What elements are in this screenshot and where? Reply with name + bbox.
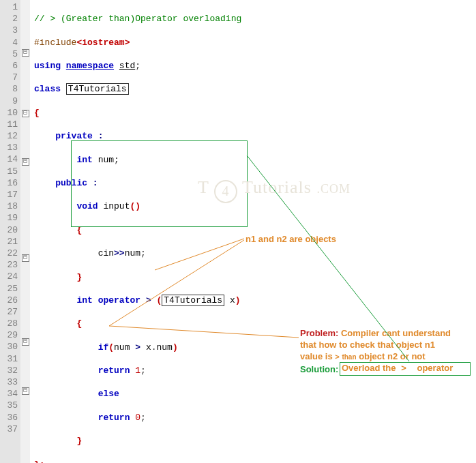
line-number: 8 (1, 83, 18, 95)
line-number: 16 (1, 177, 18, 189)
fold-icon[interactable]: ⊟ (22, 158, 29, 166)
line-number: 27 (1, 306, 18, 318)
fold-icon[interactable]: ⊟ (22, 254, 29, 262)
line-number: 23 (1, 259, 18, 271)
code-line: class T4Tutorials (34, 83, 476, 95)
line-number: 28 (1, 318, 18, 329)
line-number: 35 (1, 400, 18, 411)
line-number: 2 (1, 13, 18, 25)
code-editor: 1 2 3 4 5 6 7 8 9 10 11 12 13 14 15 16 1… (0, 0, 476, 463)
fold-icon[interactable]: ⊟ (22, 110, 29, 117)
line-number: 34 (1, 388, 18, 400)
line-number: 20 (1, 224, 18, 236)
fold-column: ⊟ ⊟ ⊟ ⊟ ⊟ ⊟ (20, 0, 30, 463)
fold-icon[interactable]: ⊟ (22, 49, 29, 57)
line-number: 32 (1, 365, 18, 376)
annotation-objects: n1 and n2 are objects (246, 234, 336, 244)
solution-box: Overload the > operator (340, 362, 471, 376)
line-number: 5 (1, 48, 18, 60)
line-number: 13 (1, 142, 18, 153)
line-number: 37 (1, 423, 18, 435)
param-type-box: T4Tutorials (162, 295, 224, 306)
code-line: #include<iostream> (34, 37, 476, 48)
code-line: }; (34, 459, 476, 463)
line-number: 25 (1, 283, 18, 295)
code-line: { (34, 107, 476, 119)
code-line: // > (Greater than)Operator overloading (34, 13, 476, 25)
fold-icon[interactable]: ⊟ (22, 387, 29, 395)
annotation-solution: Solution: (300, 364, 338, 374)
code-line: else (34, 388, 476, 400)
code-line: } (34, 271, 476, 283)
watermark-logo: T 4 Tutorials .COM (198, 177, 351, 203)
line-number: 21 (1, 236, 18, 248)
line-number: 31 (1, 353, 18, 365)
line-number: 12 (1, 130, 18, 142)
line-number: 1 (1, 1, 18, 13)
line-number: 30 (1, 341, 18, 353)
code-area[interactable]: // > (Greater than)Operator overloading … (30, 0, 476, 463)
code-line: int operator > (T4Tutorials x) (34, 295, 476, 306)
line-number: 3 (1, 25, 18, 36)
code-line: cin>>num; (34, 248, 476, 259)
code-line: return 0; (34, 412, 476, 423)
annotation-problem: Problem: Compiler cant understand that h… (300, 327, 471, 363)
line-number: 29 (1, 329, 18, 341)
line-number: 10 (1, 107, 18, 119)
line-number: 19 (1, 212, 18, 224)
line-number: 22 (1, 248, 18, 259)
line-number: 17 (1, 189, 18, 200)
line-number: 4 (1, 37, 18, 48)
line-number: 11 (1, 119, 18, 130)
line-number: 36 (1, 412, 18, 423)
line-number: 14 (1, 153, 18, 165)
line-number: 18 (1, 200, 18, 212)
line-number: 7 (1, 72, 18, 83)
line-number: 6 (1, 60, 18, 72)
line-number: 26 (1, 295, 18, 306)
line-number: 24 (1, 271, 18, 282)
line-number: 33 (1, 376, 18, 388)
code-line: } (34, 435, 476, 447)
fold-icon[interactable]: ⊟ (22, 338, 29, 346)
line-number: 9 (1, 95, 18, 107)
class-name-box: T4Tutorials (66, 83, 129, 95)
line-number: 15 (1, 166, 18, 177)
code-line: using namespace std; (34, 60, 476, 72)
line-number-gutter: 1 2 3 4 5 6 7 8 9 10 11 12 13 14 15 16 1… (0, 0, 20, 463)
